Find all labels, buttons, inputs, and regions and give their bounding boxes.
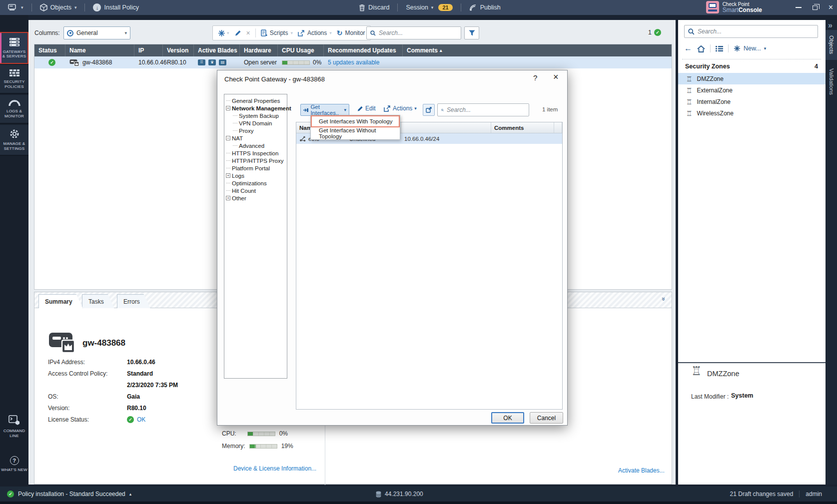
scripts-menu-button[interactable]: Scripts ▾ xyxy=(261,29,293,36)
col-recommended-updates[interactable]: Recommended Updates xyxy=(324,44,403,56)
actions-menu-button[interactable]: Actions ▾ xyxy=(298,29,332,36)
discard-button[interactable]: Discard xyxy=(356,4,392,11)
close-icon[interactable]: × xyxy=(553,72,559,82)
restore-button[interactable] xyxy=(813,5,818,10)
list-item-wirelesszone[interactable]: ♖WirelessZone xyxy=(678,107,826,119)
col-hardware[interactable]: Hardware xyxy=(240,44,278,56)
cancel-button[interactable]: Cancel xyxy=(530,412,563,424)
session-menu-button[interactable]: Session ▾ 21 xyxy=(403,4,455,11)
tree-item-selected[interactable]: −Network Management xyxy=(226,104,287,112)
back-icon[interactable]: ← xyxy=(684,44,692,53)
sidebar-item-security-policies[interactable]: SECURITY POLICIES xyxy=(0,65,28,94)
filter-button[interactable] xyxy=(464,26,479,39)
tree-item[interactable]: Advanced xyxy=(226,142,287,149)
edit-interface-button[interactable]: Edit xyxy=(357,105,376,112)
help-icon[interactable]: ? xyxy=(533,73,537,82)
list-item-externalzone[interactable]: ♖ExternalZone xyxy=(678,84,826,96)
close-button[interactable]: × xyxy=(829,3,833,11)
search-input[interactable] xyxy=(379,29,457,36)
list-item-dmzzone[interactable]: ♖DMZZone xyxy=(678,73,826,84)
col-active-blades[interactable]: Active Blades xyxy=(194,44,240,56)
main-search[interactable] xyxy=(366,26,461,39)
col-version[interactable]: Version xyxy=(163,44,194,56)
new-object-button[interactable]: New... ▾ xyxy=(734,45,766,52)
device-license-link[interactable]: Device & License Information... xyxy=(233,465,316,472)
monitor-button[interactable]: ↻ Monitor xyxy=(337,29,365,37)
ok-button[interactable]: OK xyxy=(491,412,524,424)
collapse-icon[interactable]: − xyxy=(226,136,230,140)
session-changes-badge[interactable]: 21 xyxy=(438,4,452,11)
tab-summary[interactable]: Summary xyxy=(38,294,83,308)
tab-tasks[interactable]: Tasks xyxy=(82,294,114,308)
expand-panel-icon[interactable]: » xyxy=(828,21,833,30)
minimize-button[interactable] xyxy=(796,7,802,8)
menu-item-without-topology[interactable]: Get Interfaces Without Topology xyxy=(311,127,400,139)
columns-view-dropdown[interactable]: General ▾ xyxy=(63,26,130,39)
app-menu-button[interactable]: ▾ xyxy=(5,4,26,11)
summary-gateway-icon xyxy=(48,330,76,354)
activate-blades-link[interactable]: Activate Blades... xyxy=(618,467,665,474)
collapse-panel-icon[interactable]: » xyxy=(660,297,668,301)
tree-item[interactable]: −NAT xyxy=(226,134,287,142)
tree-item[interactable]: Hit Count xyxy=(226,187,287,194)
divider xyxy=(255,28,256,37)
tree-item[interactable]: VPN Domain xyxy=(226,119,287,127)
tab-objects[interactable]: Objects xyxy=(826,30,837,60)
col-name[interactable]: Name xyxy=(65,44,134,56)
delete-button[interactable]: × xyxy=(246,29,250,37)
list-view-icon[interactable] xyxy=(716,45,723,52)
objects-menu-button[interactable]: Objects ▾ xyxy=(37,3,80,11)
sidebar-item-command-line[interactable]: COMMAND LINE xyxy=(0,410,28,444)
col-ip[interactable] xyxy=(401,122,491,133)
policy-status[interactable]: ✓ Policy installation - Standard Succeed… xyxy=(7,491,131,498)
interfaces-search[interactable] xyxy=(437,103,529,116)
tree-item[interactable]: +Other xyxy=(226,194,287,202)
caret-down-icon: ▾ xyxy=(329,30,332,35)
list-item-internalzone[interactable]: ♖InternalZone xyxy=(678,96,826,107)
tree-item[interactable]: HTTP/HTTPS Proxy xyxy=(226,157,287,164)
tree-item[interactable]: General Properties xyxy=(226,97,287,104)
tree-item[interactable]: Platform Portal xyxy=(226,164,287,172)
get-interfaces-button[interactable]: Get Interfaces.. ▾ xyxy=(300,104,349,116)
expand-icon[interactable]: + xyxy=(226,196,230,200)
updates-link[interactable]: 5 updates available xyxy=(328,59,379,66)
search-input[interactable] xyxy=(447,106,525,113)
popout-button[interactable] xyxy=(423,104,435,116)
sidebar-item-label: GATEWAYS & SERVERS xyxy=(1,49,27,59)
objects-search[interactable] xyxy=(684,25,818,38)
col-comments[interactable]: Comments xyxy=(491,122,554,133)
expand-icon[interactable]: + xyxy=(226,173,230,178)
sidebar-item-whats-new[interactable]: ? WHAT'S NEW xyxy=(0,449,28,480)
col-ip[interactable]: IP xyxy=(134,44,163,56)
col-comments[interactable]: Comments▴ xyxy=(403,44,672,56)
search-input[interactable] xyxy=(698,28,814,35)
tree-item[interactable]: System Backup xyxy=(226,112,287,119)
zone-icon: ♖ xyxy=(686,87,693,94)
col-status[interactable]: Status xyxy=(34,44,65,56)
tree-item[interactable]: Optimizations xyxy=(226,179,287,187)
collapse-icon[interactable]: − xyxy=(226,106,230,110)
home-icon[interactable] xyxy=(697,45,705,52)
col-cpu-usage[interactable]: CPU Usage xyxy=(278,44,324,56)
publish-button[interactable]: Publish xyxy=(466,4,504,11)
caret-down-icon: ▾ xyxy=(227,30,229,35)
menu-item-with-topology[interactable]: Get Interfaces With Topology xyxy=(311,115,400,127)
tab-validations[interactable]: Validations xyxy=(826,62,837,101)
sidebar-item-gateways-servers[interactable]: GATEWAYS & SERVERS xyxy=(0,32,28,64)
tree-item[interactable]: HTTPS Inspection xyxy=(226,149,287,157)
sidebar-item-logs-monitor[interactable]: LOGS & MONITOR xyxy=(0,95,28,124)
tab-errors[interactable]: Errors xyxy=(117,294,150,308)
gateway-table-row[interactable]: ✓ gw-483868 10.66.0.46 R80.10 ⠿ ♛ ▤ Open… xyxy=(34,56,672,68)
last-modifier-value: System xyxy=(731,392,753,399)
gateway-actions-toolbar: ▾ × Scripts ▾ Actions ▾ ↻ xyxy=(212,25,371,40)
table-header[interactable]: Status Name IP Version Active Blades Har… xyxy=(34,44,672,56)
edit-button[interactable] xyxy=(234,29,241,36)
tree-item[interactable]: +Logs xyxy=(226,172,287,179)
sidebar-item-manage-settings[interactable]: MANAGE & SETTINGS xyxy=(0,125,28,156)
new-gateway-button[interactable]: ▾ xyxy=(218,29,229,37)
interface-actions-button[interactable]: Actions ▾ xyxy=(384,105,417,112)
new-label: New... xyxy=(744,45,761,52)
tree-item[interactable]: Proxy xyxy=(226,127,287,134)
license-value[interactable]: OK xyxy=(137,416,145,423)
install-policy-button[interactable]: ↓ Install Policy xyxy=(90,3,141,11)
